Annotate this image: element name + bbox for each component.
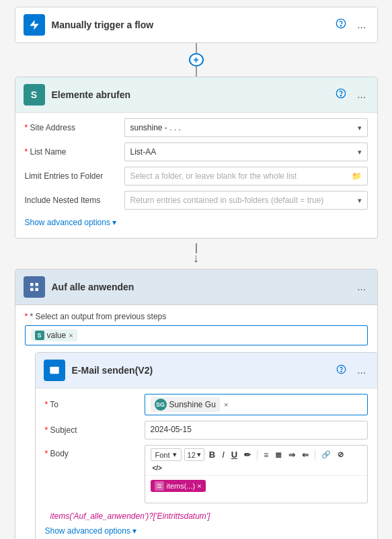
tag-icon: S (35, 331, 44, 340)
indent-btn[interactable]: ⇒ (286, 450, 297, 460)
apply-all-title: Auf alle anwenden (52, 282, 348, 292)
email-more-btn[interactable]: ... (354, 363, 368, 378)
arrow-head-1: ↓ (193, 252, 199, 264)
get-items-header: S Elemente abrufen ... (15, 77, 377, 112)
underline-btn[interactable]: U (229, 449, 239, 460)
body-content[interactable]: items(...) × (145, 476, 367, 503)
toolbar-sep-2 (315, 450, 315, 460)
folder-icon: 📁 (352, 171, 362, 181)
email-help-btn[interactable] (334, 363, 349, 378)
get-items-title: Elemente abrufen (52, 89, 327, 100)
email-title: E-Mail senden(V2) (72, 365, 327, 376)
person-tag: SG Sunshine Gu (151, 397, 220, 412)
size-chevron-icon: ▾ (197, 450, 201, 459)
italic-btn[interactable]: I (220, 449, 227, 460)
email-card: E-Mail senden(V2) ... (35, 352, 378, 539)
outdent-btn[interactable]: ⇐ (300, 450, 311, 460)
site-address-row: * Site Address sunshine - . . . ▾ (25, 118, 368, 137)
apply-all-body: * * Select an output from previous steps… (15, 304, 377, 539)
body-label: * Body (45, 445, 139, 458)
list-name-row: * List Name List-AA ▾ (25, 142, 368, 161)
subject-field[interactable]: 2024-05-15 (145, 421, 368, 440)
font-chevron-icon: ▾ (173, 450, 177, 459)
limit-entries-row: Limit Entries to Folder Select a folder,… (25, 167, 368, 185)
site-address-field[interactable]: sunshine - . . . ▾ (124, 118, 368, 137)
site-address-chevron: ▾ (358, 124, 362, 132)
svg-point-3 (340, 95, 341, 96)
subject-label: * Subject (45, 425, 139, 435)
unlink-btn[interactable]: ⊘ (336, 450, 346, 460)
get-items-body: * Site Address sunshine - . . . ▾ * List… (15, 112, 377, 238)
font-selector[interactable]: Font ▾ (151, 448, 182, 461)
svg-point-1 (340, 26, 341, 26)
toolbar-sep-1 (257, 450, 258, 460)
limit-entries-field[interactable]: Select a folder, or leave blank for the … (124, 167, 368, 185)
outlook-icon (44, 360, 65, 381)
include-nested-label: Include Nested Items (25, 196, 119, 205)
body-row: * Body Font ▾ 12 ▾ (45, 445, 368, 503)
trigger-icon (24, 14, 45, 36)
trigger-title: Manually trigger a flow (52, 19, 327, 30)
list-name-label: * List Name (25, 147, 119, 157)
trigger-header: Manually trigger a flow ... (15, 7, 377, 42)
add-between-btn-1[interactable]: + (189, 53, 204, 67)
to-field[interactable]: SG Sunshine Gu × (145, 394, 368, 415)
apply-all-card: Auf alle anwenden ... * * Select an outp… (15, 269, 378, 539)
ol-btn[interactable]: ≡ (262, 450, 270, 460)
include-nested-chevron: ▾ (358, 196, 362, 205)
body-editor[interactable]: Font ▾ 12 ▾ B I U ✏ (145, 445, 368, 503)
link-btn[interactable]: 🔗 (319, 450, 333, 460)
font-size-selector[interactable]: 12 ▾ (184, 448, 204, 461)
value-tag: S value × (31, 329, 77, 341)
editor-toolbar: Font ▾ 12 ▾ B I U ✏ (145, 446, 367, 476)
select-output-label: * * Select an output from previous steps (25, 312, 368, 321)
svg-point-6 (341, 371, 342, 372)
to-label: * To (45, 400, 139, 409)
list-name-chevron: ▾ (358, 148, 362, 157)
email-header: E-Mail senden(V2) ... (36, 353, 377, 388)
bold-btn[interactable]: B (207, 449, 217, 460)
advanced-email-chevron-icon: ▾ (132, 526, 136, 536)
site-address-label: * Site Address (25, 123, 119, 132)
connector-line-1 (196, 43, 197, 53)
apply-all-actions: ... (354, 280, 368, 294)
get-items-more-btn[interactable]: ... (354, 87, 368, 102)
apply-all-icon (24, 276, 45, 298)
list-name-field[interactable]: List-AA ▾ (124, 142, 368, 161)
apply-all-header: Auf alle anwenden ... (15, 270, 377, 304)
tag-close-btn[interactable]: × (69, 331, 73, 339)
include-nested-field[interactable]: Return entries contained in sub-folders … (124, 191, 368, 210)
include-nested-row: Include Nested Items Return entries cont… (25, 191, 368, 210)
pen-btn[interactable]: ✏ (242, 450, 253, 460)
show-advanced-get-items[interactable]: Show advanced options ▾ (25, 215, 368, 230)
tag-area[interactable]: S value × (25, 325, 368, 345)
get-items-actions: ... (333, 87, 368, 103)
limit-entries-label: Limit Entries to Folder (25, 171, 119, 181)
get-items-icon: S (24, 84, 45, 106)
code-btn[interactable]: </> (151, 464, 164, 472)
get-items-help-btn[interactable] (333, 87, 349, 103)
email-actions: ... (334, 363, 368, 378)
advanced-chevron-icon: ▾ (112, 218, 116, 227)
svg-rect-4 (50, 367, 58, 374)
trigger-actions: ... (333, 17, 368, 33)
subject-row: * Subject 2024-05-15 (45, 421, 368, 440)
items-tag-icon (155, 481, 164, 491)
apply-all-more-btn[interactable]: ... (354, 280, 368, 294)
person-remove-btn[interactable]: × (224, 401, 228, 409)
person-avatar: SG (155, 399, 167, 411)
get-items-card: S Elemente abrufen ... (15, 77, 378, 239)
formula-hint: items('Auf_alle_anwenden')?['Eintrittsda… (45, 509, 368, 526)
connector-1: + (189, 43, 204, 77)
items-tag[interactable]: items(...) × (151, 480, 206, 492)
trigger-help-btn[interactable] (333, 17, 349, 33)
show-advanced-email[interactable]: Show advanced options ▾ (45, 526, 368, 536)
connector-line-2 (196, 67, 197, 77)
to-row: * To SG Sunshine Gu × (45, 394, 368, 415)
ul-btn[interactable]: ≣ (273, 450, 284, 460)
email-body: * To SG Sunshine Gu × (36, 388, 377, 539)
arrow-connector-1: ↓ (193, 239, 199, 269)
trigger-more-btn[interactable]: ... (354, 17, 368, 32)
trigger-card: Manually trigger a flow ... (15, 7, 378, 43)
